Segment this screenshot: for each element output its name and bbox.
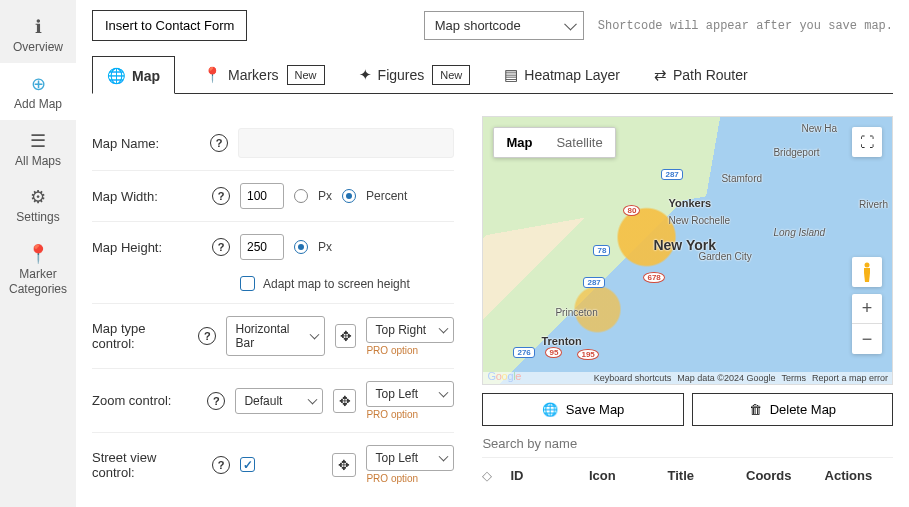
map-label: Riverh [859, 199, 888, 210]
svg-point-0 [865, 263, 870, 268]
route-shield: 276 [513, 347, 534, 358]
map-type-map[interactable]: Map [494, 128, 544, 157]
shortcode-select[interactable]: Map shortcode [424, 11, 584, 40]
pro-label: PRO option [366, 409, 454, 420]
route-shield: 95 [545, 347, 562, 358]
checkbox-label: Adapt map to screen height [263, 277, 410, 291]
report-error-link[interactable]: Report a map error [812, 373, 888, 383]
terms-link[interactable]: Terms [781, 373, 806, 383]
delete-map-button[interactable]: 🗑 Delete Map [692, 393, 893, 426]
sort-toggle[interactable]: ◇ [482, 468, 500, 483]
layers-icon: ▤ [504, 66, 518, 84]
tab-heatmap[interactable]: ▤ Heatmap Layer [498, 56, 626, 92]
marker-search-input[interactable] [482, 436, 893, 451]
map-name-input[interactable] [238, 128, 454, 158]
gear-icon: ⚙ [2, 186, 74, 208]
help-icon[interactable]: ? [198, 327, 216, 345]
info-icon: ℹ [2, 16, 74, 38]
width-percent-radio[interactable] [342, 189, 356, 203]
help-icon[interactable]: ? [207, 392, 225, 410]
col-id[interactable]: ID [510, 468, 579, 483]
zoom-control-pos-select[interactable]: Top Left [366, 381, 454, 407]
new-badge: New [432, 65, 470, 85]
move-icon[interactable]: ✥ [333, 389, 356, 413]
help-icon[interactable]: ? [212, 187, 230, 205]
zoom-control-select[interactable]: Default [235, 388, 323, 414]
tab-map[interactable]: 🌐 Map [92, 56, 175, 94]
tab-figures[interactable]: ✦ Figures New [353, 55, 477, 93]
tab-markers[interactable]: 📍 Markers New [197, 55, 331, 93]
col-icon[interactable]: Icon [589, 468, 658, 483]
sidebar-item-settings[interactable]: ⚙ Settings [0, 176, 76, 233]
sidebar-item-all-maps[interactable]: ☰ All Maps [0, 120, 76, 177]
route-icon: ⇄ [654, 66, 667, 84]
save-map-button[interactable]: 🌐 Save Map [482, 393, 683, 426]
tab-label: Markers [228, 67, 279, 83]
type-control-pos-select[interactable]: Top Right [366, 317, 454, 343]
tab-path-router[interactable]: ⇄ Path Router [648, 56, 754, 92]
keyboard-shortcuts-link[interactable]: Keyboard shortcuts [594, 373, 672, 383]
help-icon[interactable]: ? [212, 238, 230, 256]
help-icon[interactable]: ? [210, 134, 228, 152]
map-height-input[interactable] [240, 234, 284, 260]
tab-label: Map [132, 68, 160, 84]
help-icon[interactable]: ? [212, 456, 230, 474]
list-icon: ☰ [2, 130, 74, 152]
route-shield: 287 [661, 169, 682, 180]
sidebar-item-label: Marker Categories [9, 267, 67, 296]
sidebar: ℹ Overview ⊕ Add Map ☰ All Maps ⚙ Settin… [0, 0, 76, 507]
tabs: 🌐 Map 📍 Markers New ✦ Figures New ▤ Heat… [92, 55, 893, 94]
map-label: Bridgeport [773, 147, 819, 158]
map-label: Trenton [541, 335, 581, 347]
shapes-icon: ✦ [359, 66, 372, 84]
globe-icon: 🌐 [107, 67, 126, 85]
button-label: Save Map [566, 402, 625, 417]
type-control-select[interactable]: Horizontal Bar [226, 316, 325, 356]
map-preview[interactable]: Map Satellite ⛶ + − New York Yonkers New… [482, 116, 893, 385]
adapt-height-checkbox[interactable] [240, 276, 255, 291]
route-shield: 678 [643, 272, 664, 283]
tab-label: Figures [378, 67, 425, 83]
fullscreen-button[interactable]: ⛶ [852, 127, 882, 157]
streetview-checkbox[interactable] [240, 457, 255, 472]
zoom-out-button[interactable]: − [852, 324, 882, 354]
map-label: New Rochelle [668, 215, 730, 226]
plus-circle-icon: ⊕ [2, 73, 74, 95]
streetview-label: Street view control: [92, 450, 202, 480]
tab-label: Path Router [673, 67, 748, 83]
map-width-label: Map Width: [92, 189, 202, 204]
pro-label: PRO option [366, 345, 454, 356]
map-attribution: Keyboard shortcuts Map data ©2024 Google… [483, 372, 892, 384]
pin-icon: 📍 [2, 243, 74, 265]
route-shield: 78 [593, 245, 610, 256]
route-shield: 287 [583, 277, 604, 288]
zoom-in-button[interactable]: + [852, 294, 882, 324]
radio-label: Px [318, 240, 332, 254]
col-title[interactable]: Title [667, 468, 736, 483]
height-px-radio[interactable] [294, 240, 308, 254]
sidebar-item-label: Settings [16, 210, 59, 224]
sidebar-item-overview[interactable]: ℹ Overview [0, 6, 76, 63]
streetview-pos-select[interactable]: Top Left [366, 445, 454, 471]
insert-contact-form-button[interactable]: Insert to Contact Form [92, 10, 247, 41]
sidebar-item-marker-categories[interactable]: 📍 Marker Categories [0, 233, 76, 305]
sidebar-item-label: Overview [13, 40, 63, 54]
map-width-input[interactable] [240, 183, 284, 209]
map-label: Yonkers [668, 197, 711, 209]
move-icon[interactable]: ✥ [335, 324, 356, 348]
zoom-control-label: Zoom control: [92, 393, 197, 408]
map-height-label: Map Height: [92, 240, 202, 255]
move-icon[interactable]: ✥ [332, 453, 356, 477]
width-px-radio[interactable] [294, 189, 308, 203]
map-label: New Ha [801, 123, 837, 134]
pegman-button[interactable] [852, 257, 882, 287]
col-coords[interactable]: Coords [746, 468, 815, 483]
zoom-control: + − [852, 294, 882, 354]
globe-icon: 🌐 [542, 402, 558, 417]
sidebar-item-add-map[interactable]: ⊕ Add Map [0, 63, 76, 120]
marker-icon: 📍 [203, 66, 222, 84]
sidebar-item-label: Add Map [14, 97, 62, 111]
map-name-label: Map Name: [92, 136, 200, 151]
pegman-icon [859, 262, 875, 282]
map-type-satellite[interactable]: Satellite [544, 128, 614, 157]
